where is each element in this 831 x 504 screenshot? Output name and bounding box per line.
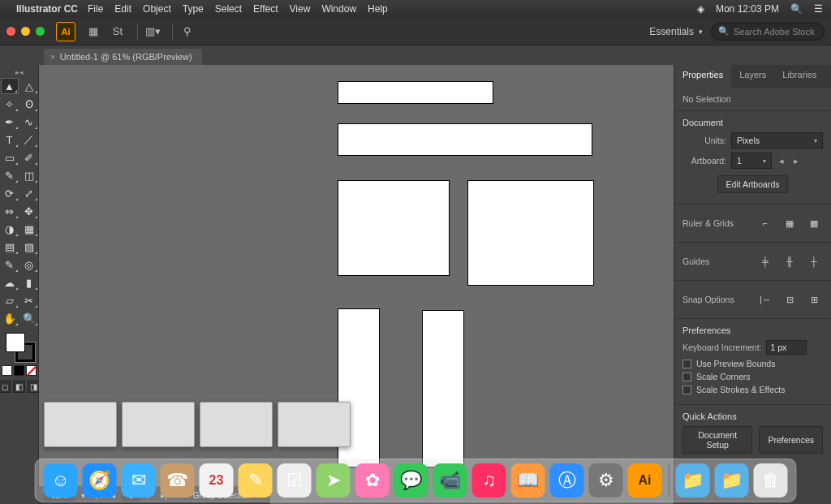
stock-icon[interactable]: St bbox=[108, 23, 127, 41]
dock-facetime-icon[interactable]: 📹 bbox=[433, 463, 467, 498]
dock-safari-icon[interactable]: 🧭 bbox=[83, 463, 117, 498]
menu-list-icon[interactable]: ☰ bbox=[814, 3, 823, 15]
color-fill-icon[interactable] bbox=[2, 365, 12, 376]
eyedropper-tool[interactable]: ✎ bbox=[1, 256, 19, 273]
window-close-button[interactable] bbox=[6, 27, 15, 36]
dock-contacts-icon[interactable]: ☎ bbox=[161, 463, 195, 498]
blend-tool[interactable]: ◎ bbox=[20, 256, 38, 273]
dock-settings-icon[interactable]: ⚙ bbox=[589, 463, 623, 498]
tab-libraries[interactable]: Libraries bbox=[774, 65, 825, 88]
preferences-button[interactable]: Preferences bbox=[759, 426, 823, 454]
draw-inside-icon[interactable]: ◨ bbox=[28, 381, 40, 393]
toolbox-collapse-icon[interactable]: ▸◂ bbox=[0, 68, 38, 76]
rectangle-tool[interactable]: ▭ bbox=[1, 149, 19, 166]
dock-reminders-icon[interactable]: ☑ bbox=[278, 463, 312, 498]
app-name[interactable]: Illustrator CC bbox=[16, 3, 78, 15]
column-graph-tool[interactable]: ▮ bbox=[20, 274, 38, 291]
gradient-tool[interactable]: ▨ bbox=[20, 239, 38, 255]
none-fill-icon[interactable] bbox=[26, 365, 37, 376]
draw-behind-icon[interactable]: ◧ bbox=[13, 381, 25, 393]
guides-show-icon[interactable]: ╪ bbox=[756, 253, 774, 269]
window-thumbnail[interactable] bbox=[278, 402, 351, 447]
menubar-clock[interactable]: Mon 12:03 PM bbox=[716, 3, 779, 15]
search-adobe-stock-input[interactable]: 🔍 Search Adobe Stock bbox=[711, 23, 825, 41]
menu-type[interactable]: Type bbox=[183, 3, 204, 15]
window-thumbnail[interactable] bbox=[200, 402, 273, 447]
dock-appstore-icon[interactable]: Ⓐ bbox=[550, 463, 584, 498]
symbol-sprayer-tool[interactable]: ☁ bbox=[1, 274, 19, 291]
menu-window[interactable]: Window bbox=[321, 3, 356, 15]
smart-guides-icon[interactable]: ┼ bbox=[805, 253, 823, 269]
pen-tool[interactable]: ✒ bbox=[1, 114, 19, 130]
fill-swatch[interactable] bbox=[6, 333, 25, 352]
width-tool[interactable]: ⇔ bbox=[1, 203, 19, 219]
selection-tool[interactable]: ▲ bbox=[1, 78, 19, 94]
dock-illustrator-icon[interactable]: Ai bbox=[628, 463, 662, 498]
grid-toggle-icon[interactable]: ▦ bbox=[781, 215, 799, 231]
document-setup-button[interactable]: Document Setup bbox=[682, 426, 752, 454]
dock-trash-icon[interactable]: 🗑 bbox=[754, 463, 788, 498]
curvature-tool[interactable]: ∿ bbox=[20, 114, 38, 130]
dock-mail-icon[interactable]: ✉ bbox=[122, 463, 156, 498]
dock-messages-icon[interactable]: 💬 bbox=[394, 463, 428, 498]
dock-ibooks-icon[interactable]: 📖 bbox=[511, 463, 545, 498]
snap-to-point-icon[interactable]: |↔ bbox=[756, 291, 774, 308]
rotate-tool[interactable]: ⟳ bbox=[1, 185, 19, 201]
dock-finder-icon[interactable]: ☺ bbox=[44, 463, 78, 498]
dock-calendar-icon[interactable]: 23 bbox=[200, 463, 234, 498]
lasso-tool[interactable]: ʘ bbox=[20, 96, 38, 112]
spotlight-icon[interactable]: 🔍 bbox=[790, 3, 803, 15]
window-thumbnail[interactable] bbox=[44, 402, 117, 447]
mesh-tool[interactable]: ▤ bbox=[1, 239, 19, 255]
menu-file[interactable]: File bbox=[88, 3, 103, 15]
shape-builder-tool[interactable]: ◑ bbox=[1, 221, 19, 237]
document-tab[interactable]: × Untitled-1 @ 61% (RGB/Preview) bbox=[44, 49, 202, 65]
guides-lock-icon[interactable]: ╫ bbox=[781, 253, 799, 269]
dock-notes-icon[interactable]: ✎ bbox=[239, 463, 273, 498]
artboard[interactable] bbox=[338, 180, 450, 276]
artboard[interactable] bbox=[338, 123, 592, 156]
dock-photos-icon[interactable]: ✿ bbox=[355, 463, 390, 498]
artboard-next-button[interactable]: ▸ bbox=[791, 156, 801, 166]
dock-itunes-icon[interactable]: ♫ bbox=[472, 463, 506, 498]
workspace-switcher[interactable]: Essentials ▾ bbox=[641, 24, 711, 40]
tab-close-icon[interactable]: × bbox=[50, 53, 55, 62]
keyboard-increment-input[interactable]: 1 px bbox=[766, 340, 807, 355]
free-transform-tool[interactable]: ✥ bbox=[20, 203, 38, 219]
dock-downloads-folder-icon[interactable]: 📁 bbox=[676, 463, 710, 498]
zoom-tool[interactable]: 🔍 bbox=[20, 310, 38, 326]
magic-wand-tool[interactable]: ✧ bbox=[1, 96, 19, 112]
menu-effect[interactable]: Effect bbox=[253, 3, 278, 15]
gpu-preview-icon[interactable]: ⚲ bbox=[178, 23, 197, 41]
type-tool[interactable]: T bbox=[1, 131, 19, 148]
artboard-select[interactable]: 1 ▾ bbox=[731, 153, 772, 169]
artboard-prev-button[interactable]: ◂ bbox=[777, 156, 786, 166]
artboard-tool[interactable]: ▱ bbox=[1, 292, 19, 308]
document-canvas[interactable]: 61% ▾ |◂ ◂ 1 ▸ ▸| Group Selection ▸ bbox=[39, 65, 674, 504]
menu-view[interactable]: View bbox=[290, 3, 311, 15]
window-zoom-button[interactable] bbox=[36, 27, 45, 36]
hand-tool[interactable]: ✋ bbox=[1, 310, 19, 326]
tab-properties[interactable]: Properties bbox=[674, 65, 731, 88]
gradient-fill-icon[interactable] bbox=[14, 365, 24, 376]
menu-help[interactable]: Help bbox=[368, 3, 388, 15]
artboard[interactable] bbox=[338, 81, 493, 104]
units-select[interactable]: Pixels ▾ bbox=[731, 132, 823, 149]
ruler-toggle-icon[interactable]: ⌐ bbox=[756, 215, 774, 231]
menu-edit[interactable]: Edit bbox=[114, 3, 131, 15]
tab-layers[interactable]: Layers bbox=[731, 65, 774, 88]
fill-stroke-swatch[interactable] bbox=[4, 331, 35, 362]
menu-object[interactable]: Object bbox=[143, 3, 171, 15]
snap-to-pixel-icon[interactable]: ⊞ bbox=[805, 291, 823, 308]
siri-icon[interactable]: ◈ bbox=[697, 3, 704, 15]
edit-artboards-button[interactable]: Edit Artboards bbox=[717, 175, 789, 193]
eraser-tool[interactable]: ◫ bbox=[20, 167, 38, 183]
menu-select[interactable]: Select bbox=[215, 3, 242, 15]
scale-strokes-effects-checkbox[interactable]: Scale Strokes & Effects bbox=[682, 385, 823, 394]
bridge-icon[interactable]: ▦ bbox=[84, 23, 103, 41]
shaper-tool[interactable]: ✎ bbox=[1, 167, 19, 183]
dock-maps-icon[interactable]: ➤ bbox=[316, 463, 351, 498]
window-minimize-button[interactable] bbox=[21, 27, 30, 36]
transparency-grid-icon[interactable]: ▩ bbox=[805, 215, 823, 231]
draw-normal-icon[interactable]: ◻ bbox=[0, 381, 11, 393]
